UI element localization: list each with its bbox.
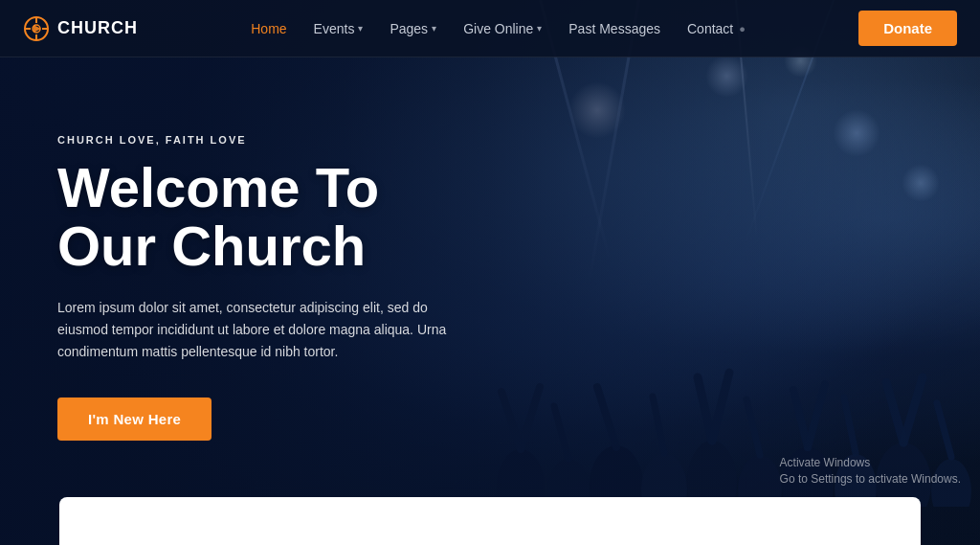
nav-item-events[interactable]: Events ▾: [314, 21, 364, 36]
nav-item-home[interactable]: Home: [251, 21, 286, 36]
nav-item-pages[interactable]: Pages ▾: [390, 21, 436, 36]
watermark-line1: Activate Windows: [780, 455, 961, 471]
hero-description: Lorem ipsum dolor sit amet, consectetur …: [57, 297, 479, 363]
hero-content: CHURCH LOVE, FAITH LOVE Welcome To Our C…: [57, 134, 479, 441]
donate-button[interactable]: Donate: [858, 11, 957, 46]
nav-item-give[interactable]: Give Online ▾: [463, 21, 542, 36]
watermark-line2: Go to Settings to activate Windows.: [780, 471, 961, 488]
chevron-down-icon: ▾: [358, 23, 363, 34]
new-here-button[interactable]: I'm New Here: [57, 397, 212, 441]
site-logo[interactable]: CHURCH: [23, 15, 138, 42]
navbar: CHURCH Home Events ▾ Pages ▾ Give Onl: [0, 0, 980, 57]
contact-dot: ●: [739, 23, 746, 34]
logo-icon: [23, 15, 50, 42]
nav-item-past-messages[interactable]: Past Messages: [568, 21, 660, 36]
nav-item-contact[interactable]: Contact ●: [687, 21, 746, 36]
hero-subtitle: CHURCH LOVE, FAITH LOVE: [57, 134, 479, 146]
nav-links: Home Events ▾ Pages ▾ Give Online ▾: [251, 21, 746, 36]
bottom-panel: [59, 497, 921, 545]
windows-watermark: Activate Windows Go to Settings to activ…: [780, 455, 961, 488]
chevron-down-icon: ▾: [537, 23, 542, 34]
logo-text: CHURCH: [57, 18, 138, 38]
hero-section: CHURCH Home Events ▾ Pages ▾ Give Onl: [0, 0, 980, 545]
chevron-down-icon: ▾: [432, 23, 436, 34]
hero-title: Welcome To Our Church: [57, 159, 479, 276]
